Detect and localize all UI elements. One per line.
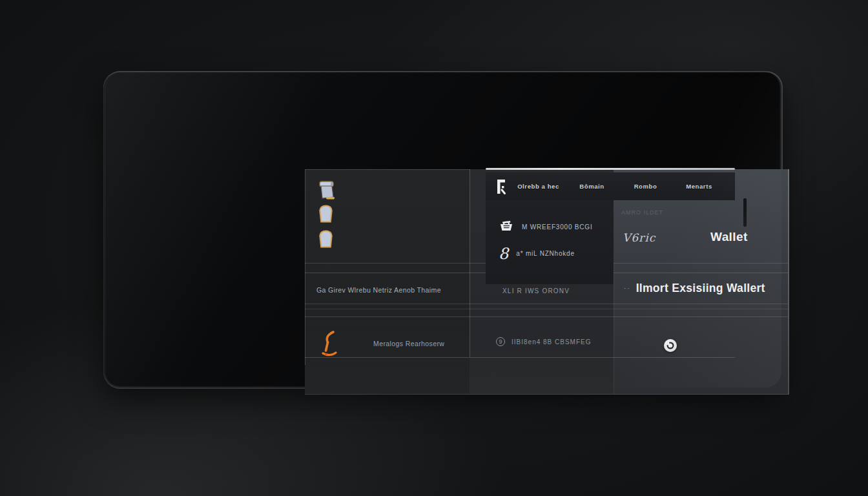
menu-item-2[interactable]: 8 a* miL NZNhokde xyxy=(486,242,614,265)
panel-bottom-edge xyxy=(305,394,788,395)
menu-item-label: M WREEF3000 BCGI xyxy=(522,223,593,231)
tablet-device-frame: Olrebb a hec Bômain Rombo Menarts M WREE… xyxy=(103,71,783,389)
tab-3[interactable]: Rombo xyxy=(619,183,672,190)
faint-header-label: AMRO ILDET xyxy=(621,209,663,216)
bottom-left-caption: Meralogs Rearhoserw xyxy=(373,340,444,347)
import-existing-wallet-button[interactable]: ·· Ilmort Exsisiing Wallert xyxy=(624,282,765,295)
wallet-app-screen: Olrebb a hec Bômain Rombo Menarts M WREE… xyxy=(305,169,790,395)
verify-label[interactable]: V6ric xyxy=(623,231,656,244)
menu-item-label: a* miL NZNhokde xyxy=(516,250,575,257)
orange-flame-icon[interactable] xyxy=(320,329,340,360)
help-swirl-button[interactable] xyxy=(664,339,677,352)
tab-1[interactable]: Olrebb a hec xyxy=(512,183,565,190)
right-border-line xyxy=(788,169,789,395)
center-row-caption: XLI R IWS ORONV xyxy=(502,287,570,294)
menu-item-1[interactable]: M WREEF3000 BCGI xyxy=(486,214,614,240)
top-highlight-line xyxy=(486,168,735,170)
figure-eight-icon: 8 xyxy=(499,247,508,260)
wallet-dropdown-menu: M WREEF3000 BCGI 8 a* miL NZNhokde xyxy=(486,200,614,284)
shield-icon[interactable] xyxy=(318,205,334,226)
tab-2[interactable]: Bômain xyxy=(565,183,619,190)
left-row-caption: Ga Girev Wlrebu Netriz Aenob Thaime xyxy=(316,286,466,294)
bracket-icon xyxy=(495,178,512,196)
row-divider xyxy=(305,309,788,309)
import-label: Ilmort Exsisiing Wallert xyxy=(636,282,765,295)
left-border-line xyxy=(305,169,305,365)
shield-icon[interactable] xyxy=(318,230,334,251)
row-divider xyxy=(305,304,788,304)
top-border-line xyxy=(305,169,470,170)
basket-icon xyxy=(499,220,514,234)
wallet-label[interactable]: Wallet xyxy=(710,230,748,244)
row-divider xyxy=(305,316,788,317)
scrollbar-thumb[interactable] xyxy=(743,198,747,227)
help-swirl-icon xyxy=(666,342,674,349)
bottom-center-item[interactable]: 9 IIBI8en4 8B CBSMFEG xyxy=(496,337,592,346)
bottom-center-caption: IIBI8en4 8B CBSMFEG xyxy=(512,338,592,346)
tab-4[interactable]: Menarts xyxy=(672,183,726,190)
scroll-icon[interactable] xyxy=(318,180,336,204)
circled-nine-icon: 9 xyxy=(496,337,505,346)
row-divider xyxy=(305,357,735,358)
right-column-divider-line xyxy=(614,263,614,395)
import-bullet-dots: ·· xyxy=(624,285,631,292)
top-nav-bar: Olrebb a hec Bômain Rombo Menarts xyxy=(486,172,735,200)
